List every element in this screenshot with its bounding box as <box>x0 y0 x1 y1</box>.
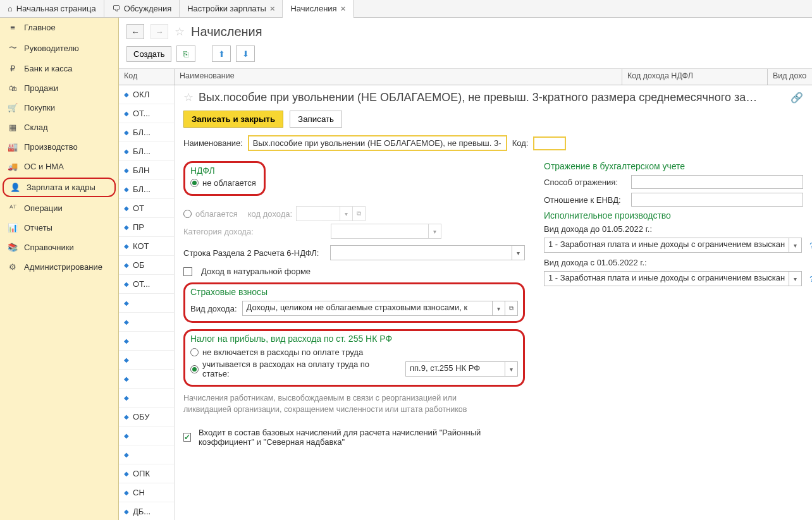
person-icon: 👤 <box>10 183 20 192</box>
sidebar-item-assets[interactable]: 🚚ОС и НМА <box>0 157 118 176</box>
sidebar-item-purchases[interactable]: 🛒Покупки <box>0 98 118 118</box>
after-label: Вид дохода с 01.05.2022 г.: <box>544 258 803 267</box>
income-type-label: Вид дохода: <box>190 304 237 313</box>
tabs-bar: ⌂Начальная страница 🗨Обсуждения Настройк… <box>0 0 812 18</box>
move-up-button[interactable]: ⬆ <box>212 45 231 62</box>
sidebar-item-main[interactable]: ≡Главное <box>0 18 118 37</box>
sidebar-item-admin[interactable]: ⚙Администрирование <box>0 257 118 277</box>
dropdown-icon[interactable]: ▾ <box>789 238 801 252</box>
copy-button[interactable]: ⎘ <box>176 45 195 62</box>
close-icon[interactable]: × <box>270 4 275 13</box>
nav-forward-button[interactable]: → <box>151 24 168 39</box>
income-before-select[interactable]: 1 - Заработная плата и иные доходы с огр… <box>544 238 802 253</box>
dropdown-icon[interactable]: ▾ <box>505 362 517 376</box>
code-row[interactable]: ◆ <box>119 351 174 370</box>
code-row[interactable]: ◆ <box>119 370 174 389</box>
code-row[interactable]: ◆ <box>119 313 174 332</box>
code-row[interactable]: ◆ОКЛ <box>119 85 174 104</box>
col-ndfl-code[interactable]: Код дохода НДФЛ <box>622 69 768 85</box>
code-row[interactable]: ◆ОТ... <box>119 275 174 294</box>
help-icon[interactable]: ? <box>809 241 812 250</box>
nav-back-button[interactable]: ← <box>126 24 144 39</box>
sidebar-item-salary-hr[interactable]: 👤Зарплата и кадры <box>3 178 116 197</box>
line6-select[interactable]: ▾ <box>330 245 525 260</box>
code-row[interactable]: ◆ <box>119 445 174 464</box>
sidebar-item-reports[interactable]: 📊Отчеты <box>0 218 118 238</box>
code-row[interactable]: ◆ <box>119 294 174 313</box>
code-row[interactable]: ◆ОТ... <box>119 104 174 123</box>
cart-icon: 🛒 <box>8 103 18 112</box>
tax-included-radio[interactable]: учитывается в расходах на оплату труда п… <box>190 360 518 378</box>
tab-accruals[interactable]: Начисления× <box>283 0 354 18</box>
income-type-select[interactable]: Доходы, целиком не облагаемые страховыми… <box>242 301 518 316</box>
sidebar-item-warehouse[interactable]: ▦Склад <box>0 118 118 137</box>
sidebar-item-directories[interactable]: 📚Справочники <box>0 238 118 257</box>
code-row[interactable]: ◆СН <box>119 483 174 502</box>
row-icon: ◆ <box>124 186 129 193</box>
move-down-button[interactable]: ⬇ <box>236 45 255 62</box>
category-select: ▾ <box>331 224 441 239</box>
base-accruals-checkbox[interactable] <box>183 433 191 442</box>
envd-input[interactable] <box>631 193 803 207</box>
ndfl-not-taxable-radio[interactable]: не облагается <box>190 178 259 188</box>
close-icon[interactable]: × <box>341 4 346 13</box>
code-row[interactable]: ◆КОТ <box>119 237 174 256</box>
natural-income-checkbox[interactable] <box>183 267 192 276</box>
tab-salary-settings[interactable]: Настройки зарплаты× <box>180 0 283 17</box>
col-name[interactable]: Наименование <box>175 69 622 85</box>
insurance-title: Страховые взносы <box>190 287 518 297</box>
code-row[interactable]: ◆ОПК <box>119 464 174 483</box>
col-income-type[interactable]: Вид дохо <box>768 69 812 85</box>
open-icon[interactable]: ⧉ <box>505 301 517 315</box>
code-row[interactable]: ◆ПР <box>119 218 174 237</box>
ndfl-taxable-radio[interactable]: облагается код дохода: ▾⧉ <box>183 206 525 221</box>
code-row[interactable]: ◆БЛ... <box>119 180 174 199</box>
menu-icon: ≡ <box>8 23 18 32</box>
dropdown-icon[interactable]: ▾ <box>789 272 801 286</box>
sidebar-item-sales[interactable]: 🛍Продажи <box>0 78 118 98</box>
row-icon: ◆ <box>124 91 129 98</box>
tab-discussions[interactable]: 🗨Обсуждения <box>104 0 180 17</box>
code-label: БЛ... <box>133 184 151 194</box>
dropdown-icon[interactable]: ▾ <box>492 301 505 315</box>
code-row[interactable]: ◆ <box>119 332 174 351</box>
code-row[interactable]: ◆ <box>119 389 174 408</box>
code-row[interactable]: ◆ОБУ <box>119 408 174 426</box>
tax-article-select[interactable]: пп.9, ст.255 НК РФ ▾ <box>405 361 518 377</box>
save-button[interactable]: Записать <box>290 111 342 128</box>
tax-not-included-radio[interactable]: не включается в расходы по оплате труда <box>190 348 518 357</box>
row-icon: ◆ <box>124 470 129 477</box>
sidebar-item-manager[interactable]: 〜Руководителю <box>0 37 118 59</box>
link-icon[interactable]: 🔗 <box>790 92 803 104</box>
code-input[interactable] <box>533 136 566 150</box>
code-row[interactable]: ◆БЛ... <box>119 142 174 161</box>
radio-icon <box>190 348 199 356</box>
code-row[interactable]: ◆БЛ... <box>119 123 174 142</box>
col-code[interactable]: Код <box>119 69 175 85</box>
grid-icon: ▦ <box>8 123 18 132</box>
code-row[interactable]: ◆ОБ <box>119 256 174 275</box>
row-icon: ◆ <box>124 508 129 515</box>
code-label: КОТ <box>133 241 149 251</box>
code-row[interactable]: ◆БЛН <box>119 161 174 180</box>
sidebar-item-operations[interactable]: ᴬᵀОперации <box>0 198 118 218</box>
code-row[interactable]: ◆ОТ <box>119 199 174 218</box>
create-button[interactable]: Создать <box>126 46 171 62</box>
row-icon: ◆ <box>124 356 129 363</box>
sidebar-item-production[interactable]: 🏭Производство <box>0 137 118 157</box>
help-icon[interactable]: ? <box>809 274 812 284</box>
row-icon: ◆ <box>124 451 129 458</box>
favorite-icon[interactable]: ☆ <box>183 90 194 104</box>
tab-home[interactable]: ⌂Начальная страница <box>0 0 104 17</box>
code-row[interactable]: ◆ <box>119 426 174 445</box>
favorite-icon[interactable]: ☆ <box>175 25 185 39</box>
code-row[interactable]: ◆ДБ... <box>119 502 174 520</box>
name-input[interactable]: Вых.пособие при увольнении (НЕ ОБЛАГАЕМО… <box>248 135 507 151</box>
code-label: БЛН <box>133 166 149 175</box>
method-input[interactable] <box>631 175 803 189</box>
save-close-button[interactable]: Записать и закрыть <box>183 111 283 128</box>
sidebar-item-bank[interactable]: ₽Банк и касса <box>0 59 118 78</box>
income-after-select[interactable]: 1 - Заработная плата и иные доходы с огр… <box>544 271 802 286</box>
code-list[interactable]: ◆ОКЛ◆ОТ...◆БЛ...◆БЛ...◆БЛН◆БЛ...◆ОТ◆ПР◆К… <box>119 85 175 520</box>
detail-title: Вых.пособие при увольнении (НЕ ОБЛАГАЕМО… <box>199 91 785 104</box>
